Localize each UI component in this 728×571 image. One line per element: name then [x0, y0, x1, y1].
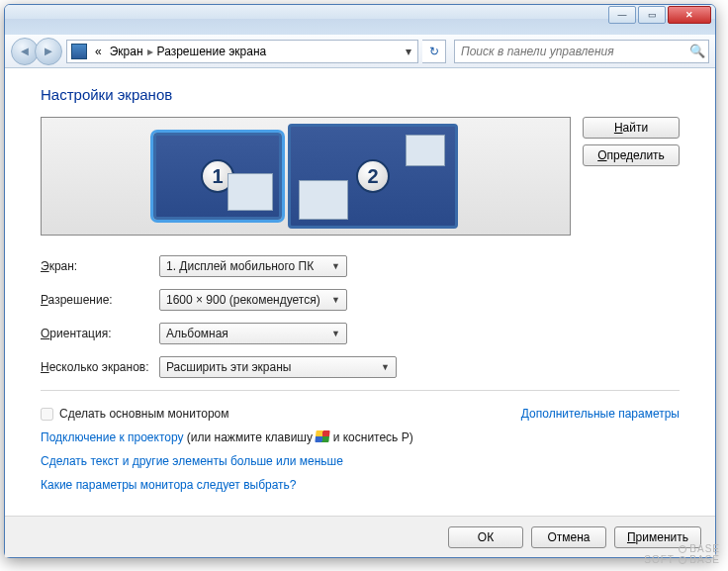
maximize-button[interactable]: ▭ [638, 6, 666, 24]
detect-button[interactable]: Определить [583, 144, 680, 166]
minimize-button[interactable]: — [608, 6, 636, 24]
chevron-down-icon: ▼ [323, 261, 340, 271]
multi-display-label: Несколько экранов: [41, 360, 159, 374]
window: — ▭ ✕ ◄ ► « Экран ▸ Разрешение экрана ▾ … [4, 4, 716, 558]
multi-display-select[interactable]: Расширить эти экраны ▼ [159, 356, 397, 378]
cancel-button[interactable]: Отмена [531, 526, 606, 548]
refresh-icon: ↻ [429, 45, 439, 58]
multi-display-select-value: Расширить эти экраны [166, 360, 291, 374]
nav-forward-button[interactable]: ► [35, 38, 62, 65]
advanced-settings-link[interactable]: Дополнительные параметры [521, 407, 680, 421]
separator [41, 390, 680, 391]
navbar: ◄ ► « Экран ▸ Разрешение экрана ▾ ↻ 🔍 [5, 35, 715, 68]
refresh-button[interactable]: ↻ [422, 40, 446, 63]
resolution-select[interactable]: 1600 × 900 (рекомендуется) ▼ [159, 289, 347, 311]
control-panel-icon [71, 44, 87, 59]
breadcrumb-prefix[interactable]: « [91, 45, 106, 58]
close-button[interactable]: ✕ [668, 6, 711, 24]
breadcrumb-screen[interactable]: Экран [106, 45, 147, 58]
monitor-2-number: 2 [356, 159, 390, 193]
projector-hint: (или нажмите клавишу [184, 430, 317, 444]
dialog-footer: ОК Отмена Применить [5, 516, 715, 557]
orientation-label: Ориентация: [41, 327, 159, 340]
address-dropdown-icon[interactable]: ▾ [400, 45, 417, 58]
projector-hint-tail: и коснитесь P) [329, 430, 412, 444]
search-input[interactable] [455, 45, 686, 58]
window-thumb-icon [299, 180, 348, 220]
chevron-down-icon: ▼ [323, 329, 340, 338]
orientation-select-value: Альбомная [166, 327, 228, 340]
find-button[interactable]: Найти [583, 117, 680, 139]
window-thumb-icon [228, 173, 273, 211]
projector-link[interactable]: Подключение к проектору [41, 430, 184, 444]
windows-key-icon [316, 430, 329, 442]
display-label: Экран: [41, 259, 159, 273]
display-select-value: 1. Дисплей мобильного ПК [166, 259, 314, 273]
page-title: Настройки экранов [41, 86, 680, 103]
breadcrumb-resolution[interactable]: Разрешение экрана [153, 45, 271, 58]
chevron-down-icon: ▼ [323, 295, 340, 305]
apply-button[interactable]: Применить [614, 526, 701, 548]
search-box[interactable]: 🔍 [454, 40, 709, 63]
ok-button[interactable]: ОК [448, 526, 523, 548]
titlebar: — ▭ ✕ [5, 5, 715, 35]
which-monitor-link[interactable]: Какие параметры монитора следует выбрать… [41, 478, 297, 492]
display-arrangement[interactable]: 1 2 [41, 117, 571, 236]
content-area: Настройки экранов 1 2 Найти Определить Э… [5, 68, 715, 516]
make-primary-label: Сделать основным монитором [59, 407, 229, 421]
address-bar[interactable]: « Экран ▸ Разрешение экрана ▾ [66, 40, 418, 63]
search-icon[interactable]: 🔍 [686, 44, 708, 58]
chevron-down-icon: ▼ [373, 362, 390, 372]
monitor-1[interactable]: 1 [153, 133, 282, 220]
text-size-link[interactable]: Сделать текст и другие элементы больше и… [41, 454, 343, 468]
resolution-select-value: 1600 × 900 (рекомендуется) [166, 293, 320, 307]
orientation-select[interactable]: Альбомная ▼ [159, 323, 347, 344]
make-primary-checkbox[interactable] [41, 408, 53, 421]
display-select[interactable]: 1. Дисплей мобильного ПК ▼ [159, 255, 347, 277]
resolution-label: Разрешение: [41, 293, 159, 307]
monitor-2[interactable]: 2 [288, 124, 458, 229]
window-thumb-icon [406, 135, 445, 166]
